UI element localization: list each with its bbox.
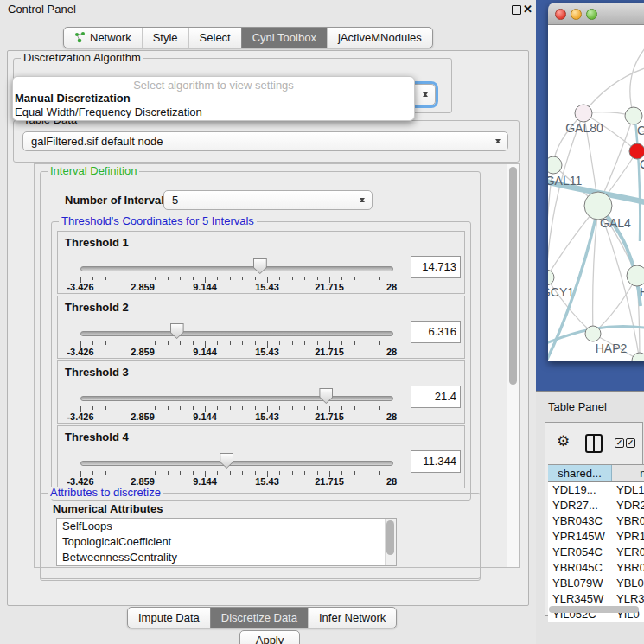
threshold-value-field[interactable]: 21.4 <box>411 386 461 408</box>
minimize-traffic-light-icon[interactable] <box>571 9 582 20</box>
network-node[interactable] <box>625 107 642 124</box>
slider-thumb[interactable] <box>220 453 233 469</box>
network-graph: GAL80GACGAL11GAL4GCY1HHAP2 <box>548 25 644 361</box>
attribute-list-item[interactable]: BetweennessCentrality <box>57 550 396 565</box>
tick-mark <box>105 471 106 475</box>
slider-track[interactable] <box>80 331 393 336</box>
table-row[interactable]: YBR045CYBR0 <box>548 560 644 576</box>
tab-network[interactable]: Network <box>64 28 142 48</box>
tick-mark <box>230 341 231 345</box>
column-layout-icon[interactable] <box>585 434 603 453</box>
tab-discretize-data[interactable]: Discretize Data <box>210 608 308 628</box>
tick-label: 28 <box>386 411 397 422</box>
threshold-value-field[interactable]: 6.316 <box>411 321 461 343</box>
network-node[interactable] <box>548 156 562 174</box>
apply-button[interactable]: Apply <box>239 630 300 644</box>
table-data-combobox[interactable]: galFiltered.sif default node <box>22 131 508 151</box>
dropdown-option-equal-width[interactable]: Equal Width/Frequency Discretization <box>13 105 414 119</box>
tab-infer-network[interactable]: Infer Network <box>308 608 396 628</box>
close-traffic-light-icon[interactable] <box>555 9 566 20</box>
table-row[interactable]: YER054CYER0 <box>548 545 644 560</box>
attribute-list-item[interactable]: TopologicalCoefficient <box>57 534 396 550</box>
tick-label: -3.426 <box>67 347 93 357</box>
slider-thumb[interactable] <box>253 258 267 274</box>
table-row[interactable]: YLR345WYLR3 <box>548 591 644 607</box>
checkbox-icon[interactable]: ✓ <box>615 438 624 448</box>
table-cell[interactable]: YDR2 <box>612 498 644 513</box>
table-cell[interactable]: YBR045C <box>548 560 612 576</box>
tab-jactivemnodules[interactable]: jActiveMNodules <box>327 28 432 48</box>
network-node[interactable] <box>548 270 554 285</box>
threshold-value-field[interactable]: 14.713 <box>411 256 461 278</box>
network-window-titlebar[interactable] <box>548 3 644 25</box>
table-row[interactable]: YDR27...YDR2 <box>548 498 644 513</box>
tab-cyni-toolbox[interactable]: Cyni Toolbox <box>241 28 327 48</box>
dropdown-option-manual[interactable]: Manual Discretization <box>13 92 414 105</box>
tick-mark <box>354 341 355 345</box>
tick-mark <box>193 471 194 475</box>
node-label: GAL80 <box>565 121 603 135</box>
tab-style[interactable]: Style <box>142 28 188 48</box>
scrollbar-thumb[interactable] <box>509 167 517 385</box>
table-cell[interactable]: YPR145W <box>548 529 612 545</box>
numerical-attributes-list[interactable]: SelfLoopsTopologicalCoefficientBetweenne… <box>56 518 397 566</box>
tick-label: 15.43 <box>255 282 279 292</box>
attribute-list-item[interactable]: SelfLoops <box>57 519 396 534</box>
network-node[interactable] <box>627 265 644 286</box>
checkbox-icon[interactable]: ✓ <box>626 438 635 448</box>
table-cell[interactable]: YLR345W <box>548 591 612 607</box>
table-cell[interactable]: YER054C <box>548 545 612 560</box>
table-cell[interactable]: YBL079W <box>548 576 612 591</box>
tick-mark <box>217 406 218 410</box>
table-cell[interactable]: YBR043C <box>548 513 612 529</box>
table-cell[interactable]: YER0 <box>612 545 644 560</box>
table-cell[interactable]: YDL1 <box>612 482 644 498</box>
table-row[interactable]: YBL079WYBL0 <box>548 576 644 591</box>
gear-icon[interactable]: ⚙ <box>557 434 570 449</box>
table-cell[interactable]: YDR27... <box>548 498 612 513</box>
screen: Control Panel ✕ Network Style Select Cyn… <box>0 0 644 644</box>
tick-mark <box>279 277 280 280</box>
network-node[interactable] <box>632 353 644 361</box>
slider-thumb[interactable] <box>319 388 333 404</box>
table-row[interactable]: YPR145WYPR1 <box>548 529 644 545</box>
slider-track[interactable] <box>80 266 393 271</box>
table-horizontal-scrollbar[interactable] <box>549 606 639 613</box>
column-header-name[interactable]: na <box>612 465 644 481</box>
table-cell[interactable]: YLR3 <box>612 591 644 607</box>
table-cell[interactable]: YBR0 <box>612 560 644 576</box>
threshold-value-field[interactable]: 11.344 <box>411 450 461 473</box>
network-canvas[interactable]: GAL80GACGAL11GAL4GCY1HHAP2 <box>548 25 644 361</box>
slider-track[interactable] <box>80 461 393 466</box>
float-window-icon[interactable] <box>512 5 521 15</box>
tick-mark <box>168 406 169 410</box>
table-row[interactable]: YBR043CYBR0 <box>548 513 644 529</box>
list-scrollbar[interactable] <box>385 519 396 565</box>
table-cell[interactable]: YDL19... <box>548 482 612 498</box>
tick-label: 21.715 <box>315 411 344 422</box>
tick-mark <box>118 341 118 345</box>
tick-mark <box>354 471 355 475</box>
tick-mark <box>367 471 367 475</box>
table-cell[interactable]: YBR0 <box>612 513 644 529</box>
slider-thumb[interactable] <box>170 323 184 339</box>
column-header-shared-name[interactable]: shared... <box>548 465 612 481</box>
slider-track[interactable] <box>80 396 393 401</box>
tick-mark <box>92 341 93 345</box>
tab-select[interactable]: Select <box>188 28 241 48</box>
settings-scrollbar[interactable] <box>507 164 519 567</box>
tick-mark <box>354 406 355 410</box>
tab-impute-data[interactable]: Impute Data <box>128 608 210 628</box>
network-node[interactable] <box>585 326 601 341</box>
table-cell[interactable]: YBL0 <box>612 576 644 591</box>
tick-mark <box>242 341 243 345</box>
tick-label: 28 <box>386 476 397 487</box>
network-node[interactable] <box>575 105 592 122</box>
tick-label: 9.144 <box>193 411 217 422</box>
zoom-traffic-light-icon[interactable] <box>586 9 597 20</box>
scrollbar-thumb[interactable] <box>386 520 394 555</box>
table-row[interactable]: YDL19...YDL1 <box>548 482 644 498</box>
table-cell[interactable]: YPR1 <box>612 529 644 545</box>
number-of-intervals-combobox[interactable]: 5 <box>163 190 373 210</box>
close-icon[interactable]: ✕ <box>523 3 532 16</box>
